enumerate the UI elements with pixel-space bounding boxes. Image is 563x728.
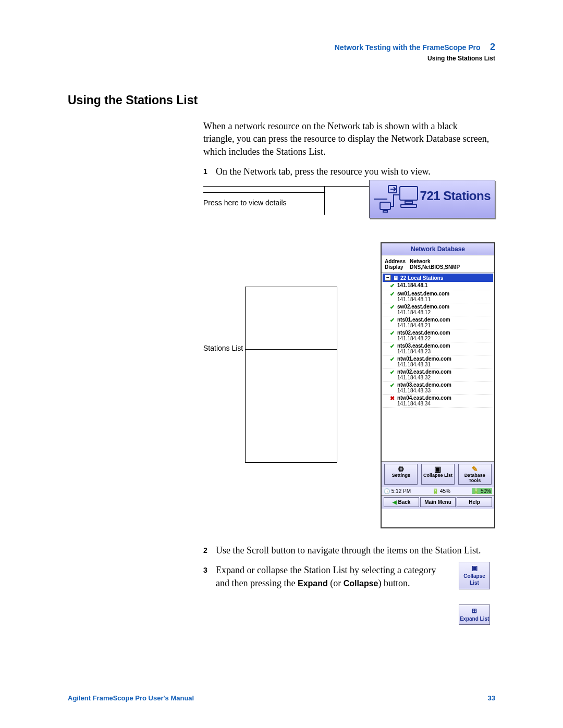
station-label: nts02.east.demo.com141.184.48.22 (397, 330, 450, 341)
chapter-title: Network Testing with the FrameScope Pro (335, 43, 481, 52)
status-bar: 🕔 5:12 PM 🔋 45% 🔋 50% (382, 487, 494, 496)
running-header: Network Testing with the FrameScope Pro … (68, 42, 495, 53)
check-icon: ✔ (390, 330, 395, 337)
info-val-display: DNS,NetBIOS,SNMP (410, 264, 460, 270)
svg-rect-5 (401, 204, 417, 207)
tools-icon: ✎ (459, 465, 491, 473)
step-text: On the Network tab, press the resource y… (216, 166, 431, 177)
collapse-list-button[interactable]: ▣ Collapse List (421, 464, 455, 485)
stations-count-label: 721 Stations (420, 189, 491, 203)
station-item[interactable]: ✔nts01.east.demo.com141.184.48.21 (383, 316, 493, 329)
check-icon: ✔ (390, 282, 395, 289)
check-icon: ✔ (390, 304, 395, 311)
svg-rect-3 (400, 187, 418, 200)
footer-manual-title: Agilent FrameScope Pro User's Manual (68, 694, 194, 702)
main-menu-button[interactable]: Main Menu (420, 497, 456, 507)
station-item[interactable]: ✖ntw04.east.demo.com141.184.48.34 (383, 394, 493, 408)
stations-tree[interactable]: − 🖥 22 Local Stations ✔141.184.48.1✔sw01… (382, 273, 494, 462)
check-icon: ✔ (390, 356, 395, 363)
check-icon: ✔ (390, 382, 395, 389)
check-icon: ✔ (390, 343, 395, 350)
figure-device-screenshot: Stations List Network Database Address N… (203, 242, 495, 532)
stations-banner[interactable]: 721 Stations (369, 180, 495, 218)
step-number: 3 (203, 565, 207, 575)
station-label: nts01.east.demo.com141.184.48.21 (397, 317, 450, 328)
collapse-label: Collapse (344, 579, 378, 588)
status-time: 5:12 PM (391, 488, 411, 494)
collapse-toggle-icon[interactable]: − (385, 275, 391, 281)
expand-label: Expand (298, 579, 328, 588)
svg-rect-2 (383, 211, 387, 212)
svg-rect-4 (405, 201, 412, 203)
page-footer: Agilent FrameScope Pro User's Manual 33 (68, 694, 495, 702)
step-1: 1 On the Network tab, press the resource… (203, 165, 490, 178)
figure2-caption: Stations List (203, 344, 243, 352)
status-bat1: 45% (440, 488, 450, 494)
info-key-address: Address (385, 258, 410, 264)
settings-icon: ⚙ (385, 465, 417, 473)
station-item[interactable]: ✔sw02.east.demo.com141.184.48.12 (383, 303, 493, 316)
check-icon: ✔ (390, 369, 395, 376)
device-title: Network Database (382, 243, 494, 255)
step-text-part: (or (328, 578, 344, 588)
tree-group-header[interactable]: − 🖥 22 Local Stations (383, 274, 493, 282)
station-label: ntw04.east.demo.com141.184.48.34 (397, 395, 451, 406)
status-bat2: 50% (481, 488, 491, 494)
expand-icon: ⊞ (459, 607, 489, 615)
station-label: ntw02.east.demo.com141.184.48.32 (397, 369, 451, 380)
expand-list-mini-button[interactable]: ⊞ Expand List (459, 604, 490, 625)
intro-paragraph: When a network resource on the Network t… (203, 120, 490, 158)
step-number: 2 (203, 546, 207, 556)
figure1-caption: Press here to view details (203, 199, 287, 207)
station-label: sw02.east.demo.com141.184.48.12 (397, 304, 449, 315)
help-button[interactable]: Help (457, 497, 492, 507)
collapse-icon: ▣ (422, 465, 454, 473)
station-item[interactable]: ✔141.184.48.1 (383, 282, 493, 290)
station-item[interactable]: ✔ntw03.east.demo.com141.184.48.33 (383, 381, 493, 394)
step-3: 3 Expand or collapse the Station List by… (203, 564, 490, 589)
info-val-address: Network (410, 258, 430, 264)
chapter-number: 2 (490, 42, 495, 52)
back-arrow-icon: ◀ (393, 499, 397, 505)
station-label: sw01.east.demo.com141.184.48.11 (397, 291, 449, 302)
back-button[interactable]: ◀ Back (384, 497, 419, 507)
step-2: 2 Use the Scroll button to navigate thro… (203, 544, 490, 557)
footer-page-number: 33 (488, 694, 495, 702)
station-label: ntw01.east.demo.com141.184.48.31 (397, 356, 451, 367)
section-heading: Using the Stations List (68, 93, 495, 107)
station-label: nts03.east.demo.com141.184.48.23 (397, 343, 450, 354)
station-item[interactable]: ✔sw01.east.demo.com141.184.48.11 (383, 290, 493, 303)
collapse-icon: ▣ (459, 564, 489, 572)
step-text: Use the Scroll button to navigate throug… (216, 545, 481, 556)
station-item[interactable]: ✔ntw02.east.demo.com141.184.48.32 (383, 368, 493, 381)
check-icon: ✔ (390, 291, 395, 298)
station-label: 141.184.48.1 (397, 282, 427, 288)
toolbar: ⚙ Settings ▣ Collapse List ✎ Database To… (382, 462, 494, 487)
nav-bar: ◀ Back Main Menu Help (382, 496, 494, 509)
running-header-sub: Using the Stations List (68, 55, 495, 62)
error-icon: ✖ (390, 395, 395, 402)
database-tools-button[interactable]: ✎ Database Tools (458, 464, 492, 485)
tree-group-label: 22 Local Stations (400, 275, 443, 281)
figure-stations-banner: Press here to view details 721 Stations (203, 185, 495, 227)
step-text-part: ) button. (378, 578, 410, 588)
settings-button[interactable]: ⚙ Settings (384, 464, 418, 485)
station-item[interactable]: ✔nts03.east.demo.com141.184.48.23 (383, 342, 493, 355)
step-number: 1 (203, 167, 207, 177)
check-icon: ✔ (390, 317, 395, 324)
collapse-list-mini-button[interactable]: ▣ Collapse List (459, 562, 490, 589)
device-screenshot: Network Database Address Network Display… (381, 242, 495, 528)
svg-rect-1 (380, 202, 390, 209)
station-item[interactable]: ✔nts02.east.demo.com141.184.48.22 (383, 329, 493, 342)
info-key-display: Display (385, 264, 410, 270)
station-label: ntw03.east.demo.com141.184.48.33 (397, 382, 451, 393)
station-item[interactable]: ✔ntw01.east.demo.com141.184.48.31 (383, 355, 493, 368)
device-info: Address Network Display DNS,NetBIOS,SNMP (382, 255, 494, 273)
